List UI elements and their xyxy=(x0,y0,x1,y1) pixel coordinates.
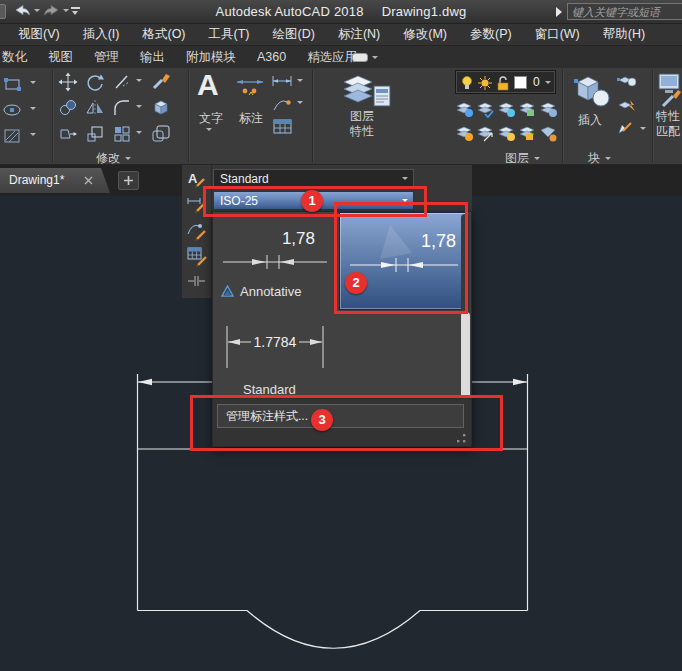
linear-dim-icon[interactable] xyxy=(270,74,294,88)
erase-icon[interactable] xyxy=(150,71,172,93)
tab-featured[interactable]: 精选应用 xyxy=(307,49,357,66)
ellipse-tool-icon[interactable] xyxy=(2,100,24,120)
dimension-tool-label[interactable]: 标注 xyxy=(236,110,266,127)
close-tab-icon[interactable] xyxy=(84,176,93,185)
ribbon-collapse-icon xyxy=(352,53,368,62)
copy-icon[interactable] xyxy=(58,98,78,118)
infocenter-arrow-icon[interactable] xyxy=(556,7,562,17)
array-icon[interactable] xyxy=(112,124,132,144)
annotation-rect-step2 xyxy=(334,202,468,314)
block-edit-icon[interactable] xyxy=(616,73,638,89)
dim-break-icon[interactable] xyxy=(186,273,208,289)
text-tool-icon[interactable]: A xyxy=(197,70,219,100)
explode-icon[interactable] xyxy=(150,97,172,119)
attribute-edit-caret[interactable] xyxy=(640,127,646,130)
gallery-scrollbar-thumb[interactable] xyxy=(461,312,470,402)
layer-color-swatch xyxy=(514,76,527,89)
tab-addins[interactable]: 附加模块 xyxy=(186,49,236,66)
scale-icon[interactable] xyxy=(85,124,105,144)
multileader-style-icon[interactable] xyxy=(186,220,208,242)
file-tab-drawing1[interactable]: Drawing1* xyxy=(0,168,110,193)
svg-text:1.7784: 1.7784 xyxy=(254,334,297,350)
hatch-tool-caret[interactable] xyxy=(30,133,36,136)
text-tool-label[interactable]: 文字 xyxy=(192,110,230,127)
text-style-value: Standard xyxy=(220,172,269,186)
move-icon[interactable] xyxy=(58,72,78,92)
layer-props-label2[interactable]: 特性 xyxy=(340,123,384,140)
menu-dimension[interactable]: 标注(N) xyxy=(338,26,380,43)
text-tool-caret[interactable] xyxy=(206,128,212,131)
bottom-arc xyxy=(247,611,420,649)
stretch-icon[interactable] xyxy=(58,124,78,144)
dim-arrow-right xyxy=(513,379,527,385)
tab-manage[interactable]: 管理 xyxy=(94,49,119,66)
new-tab-button[interactable] xyxy=(118,171,139,190)
trim-caret[interactable] xyxy=(136,79,142,82)
match-properties-icon[interactable] xyxy=(657,72,682,110)
array-caret[interactable] xyxy=(136,131,142,134)
title-bar: Autodesk AutoCAD 2018Drawing1.dwg 键入关键字或… xyxy=(0,0,682,24)
dimension-tool-icon[interactable] xyxy=(235,74,265,100)
menu-insert[interactable]: 插入(I) xyxy=(83,26,120,43)
menu-help[interactable]: 帮助(H) xyxy=(603,26,645,43)
layer-combo-caret xyxy=(545,81,551,84)
rotate-icon[interactable] xyxy=(85,72,105,92)
insert-block-icon[interactable] xyxy=(570,70,612,110)
offset-icon[interactable] xyxy=(150,123,172,145)
tab-output[interactable]: 输出 xyxy=(140,49,165,66)
svg-text:1,78: 1,78 xyxy=(282,229,315,248)
layer-tools-row2[interactable] xyxy=(455,122,559,144)
search-input[interactable]: 键入关键字或短语 xyxy=(567,3,682,20)
ellipse-tool-caret[interactable] xyxy=(30,107,36,110)
menu-draw[interactable]: 绘图(D) xyxy=(273,26,315,43)
insert-block-label[interactable]: 插入 xyxy=(572,112,608,129)
menu-format[interactable]: 格式(O) xyxy=(142,26,185,43)
linear-dim-caret[interactable] xyxy=(297,79,303,82)
ribbon-collapse-button[interactable] xyxy=(352,51,382,64)
dim-arrow-left xyxy=(138,379,152,385)
annotation-badge-3: 3 xyxy=(311,409,333,431)
hatch-tool-icon[interactable] xyxy=(2,126,24,146)
doc-title: Drawing1.dwg xyxy=(382,4,467,19)
layer-on-bulb-icon xyxy=(460,75,474,91)
match-props-label2[interactable]: 匹配 xyxy=(654,123,682,140)
ribbon-collapse-caret xyxy=(372,56,378,59)
trim-icon[interactable] xyxy=(112,72,132,92)
rectangle-tool-icon[interactable] xyxy=(2,74,24,94)
tab-view[interactable]: 视图 xyxy=(48,49,73,66)
table-icon[interactable] xyxy=(272,118,294,136)
mirror-icon[interactable] xyxy=(85,98,105,118)
layer-tools-row1[interactable] xyxy=(455,98,559,120)
annotation-slideout-strip: A xyxy=(182,165,212,298)
tab-a360[interactable]: A360 xyxy=(257,50,286,64)
ribbon-tab-row: 数化 视图 管理 输出 附加模块 A360 精选应用 xyxy=(0,46,682,68)
menu-modify[interactable]: 修改(M) xyxy=(403,26,447,43)
menu-view[interactable]: 视图(V) xyxy=(18,26,60,43)
layer-combobox[interactable]: 0 xyxy=(455,70,556,94)
menu-parametric[interactable]: 参数(P) xyxy=(470,26,512,43)
file-tab-label: Drawing1* xyxy=(9,173,64,187)
fillet-caret[interactable] xyxy=(136,105,142,108)
gallery-tile-annotative[interactable]: 1,78 xyxy=(215,218,335,278)
table-style-icon[interactable] xyxy=(186,246,208,268)
attribute-edit-icon[interactable] xyxy=(616,120,636,136)
rectangle-tool-caret[interactable] xyxy=(30,81,36,84)
fillet-icon[interactable] xyxy=(112,98,132,118)
plus-icon xyxy=(123,175,134,186)
leader-caret[interactable] xyxy=(297,101,303,104)
tab-parametric[interactable]: 数化 xyxy=(2,49,27,66)
gallery-tile-standard[interactable]: 1.7784 xyxy=(215,320,337,376)
menu-tools[interactable]: 工具(T) xyxy=(209,26,250,43)
current-layer-name: 0 xyxy=(533,75,540,89)
block-attributes-icon[interactable] xyxy=(616,96,638,114)
gallery-caption-annotative[interactable]: Annotative xyxy=(221,284,301,299)
layer-unlock-icon xyxy=(496,74,510,92)
app-title: Autodesk AutoCAD 2018 xyxy=(216,4,364,19)
text-style-caret xyxy=(402,177,408,180)
layer-properties-icon[interactable] xyxy=(340,70,396,110)
menu-window[interactable]: 窗口(W) xyxy=(535,26,580,43)
leader-icon[interactable] xyxy=(271,95,295,113)
menu-bar: 视图(V) 插入(I) 格式(O) 工具(T) 绘图(D) 标注(N) 修改(M… xyxy=(0,24,682,46)
autocad-window: Autodesk AutoCAD 2018Drawing1.dwg 键入关键字或… xyxy=(0,0,682,671)
ribbon: 修改 A 文字 标注 xyxy=(0,68,682,165)
